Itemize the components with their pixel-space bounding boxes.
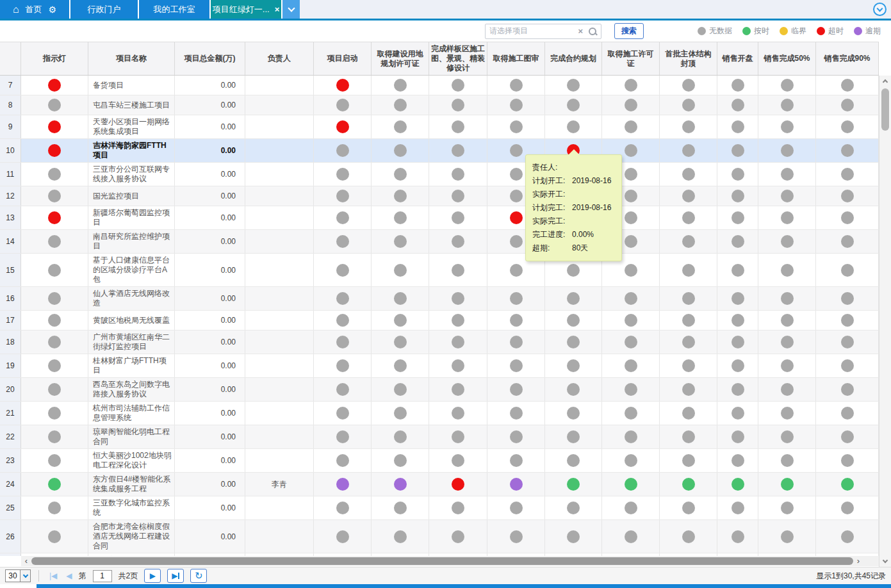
status-dot[interactable]: [625, 235, 637, 248]
status-dot[interactable]: [48, 430, 61, 443]
status-dot[interactable]: [732, 144, 744, 157]
tab-list-dropdown[interactable]: [282, 0, 300, 19]
status-dot[interactable]: [732, 120, 744, 133]
status-dot[interactable]: [781, 454, 794, 467]
status-dot[interactable]: [510, 211, 523, 224]
status-dot[interactable]: [682, 407, 695, 420]
project-name-cell[interactable]: 新疆塔尔葡萄园监控项目: [88, 206, 175, 229]
status-dot[interactable]: [732, 383, 744, 396]
status-dot[interactable]: [781, 79, 794, 92]
status-dot[interactable]: [567, 530, 580, 543]
status-dot[interactable]: [394, 359, 407, 372]
tab-my-workspace[interactable]: 我的工作室: [139, 0, 211, 19]
status-dot[interactable]: [394, 264, 407, 277]
table-row[interactable]: 24东方假日4#楼智能化系统集成服务工程0.00李青: [0, 473, 879, 496]
table-row[interactable]: 15基于人口健康信息平台的区域分级诊疗平台A包0.00: [0, 254, 879, 287]
status-dot[interactable]: [625, 530, 637, 543]
status-dot[interactable]: [781, 190, 794, 202]
table-row[interactable]: 17黄陂区地税局无线覆盖0.00: [0, 311, 879, 331]
status-dot[interactable]: [336, 168, 349, 181]
project-search-input[interactable]: 请选择项目 ×: [485, 24, 601, 39]
status-dot[interactable]: [394, 407, 407, 420]
status-dot[interactable]: [841, 211, 854, 224]
status-dot[interactable]: [510, 359, 523, 372]
status-dot[interactable]: [841, 359, 854, 372]
table-row[interactable]: 11三亚市分公司互联网专线接入服务协议0.00: [0, 163, 879, 186]
search-button[interactable]: 搜索: [614, 23, 644, 39]
project-name-cell[interactable]: 杭州市司法辅助工作信息管理系统: [88, 402, 175, 425]
status-dot[interactable]: [452, 314, 464, 327]
project-name-cell[interactable]: 国光监控项目: [88, 186, 175, 206]
status-dot[interactable]: [510, 383, 523, 396]
table-row[interactable]: 19桂林财富广场FTTH项目0.00: [0, 354, 879, 378]
status-dot[interactable]: [567, 430, 580, 443]
project-name-cell[interactable]: 桂林财富广场FTTH项目: [88, 354, 175, 377]
status-dot[interactable]: [510, 530, 523, 543]
status-dot[interactable]: [452, 190, 464, 202]
status-dot[interactable]: [625, 478, 637, 491]
status-dot[interactable]: [567, 502, 580, 514]
status-dot[interactable]: [452, 502, 464, 514]
table-row[interactable]: 18广州市黄埔区红南华二街绿灯监控项目0.00: [0, 331, 879, 354]
status-dot[interactable]: [682, 359, 695, 372]
status-dot[interactable]: [510, 99, 523, 111]
status-dot[interactable]: [394, 430, 407, 443]
status-dot[interactable]: [394, 168, 407, 181]
status-dot[interactable]: [510, 430, 523, 443]
status-dot[interactable]: [336, 190, 349, 202]
page-size-select[interactable]: 30: [5, 569, 31, 582]
status-dot[interactable]: [781, 314, 794, 327]
status-dot[interactable]: [732, 502, 744, 514]
table-row[interactable]: 13新疆塔尔葡萄园监控项目0.00: [0, 206, 879, 230]
status-dot[interactable]: [567, 99, 580, 111]
status-dot[interactable]: [452, 235, 464, 248]
status-dot[interactable]: [336, 478, 349, 491]
status-dot[interactable]: [510, 79, 523, 92]
status-dot[interactable]: [48, 79, 61, 92]
status-dot[interactable]: [732, 478, 744, 491]
table-row[interactable]: 9天蓥小区项目一期网络系统集成项目0.00: [0, 115, 879, 139]
status-dot[interactable]: [394, 190, 407, 202]
status-dot[interactable]: [510, 264, 523, 277]
project-name-cell[interactable]: 恒大美丽沙1002地块弱电工程深化设计: [88, 449, 175, 472]
status-dot[interactable]: [732, 211, 744, 224]
status-dot[interactable]: [732, 407, 744, 420]
status-dot[interactable]: [625, 454, 637, 467]
status-dot[interactable]: [732, 314, 744, 327]
status-dot[interactable]: [48, 314, 61, 327]
status-dot[interactable]: [625, 502, 637, 514]
status-dot[interactable]: [336, 359, 349, 372]
status-dot[interactable]: [625, 99, 637, 111]
status-dot[interactable]: [841, 235, 854, 248]
status-dot[interactable]: [625, 314, 637, 327]
status-dot[interactable]: [510, 478, 523, 491]
status-dot[interactable]: [625, 120, 637, 133]
status-dot[interactable]: [841, 454, 854, 467]
status-dot[interactable]: [48, 190, 61, 202]
status-dot[interactable]: [567, 120, 580, 133]
status-dot[interactable]: [48, 120, 61, 133]
status-dot[interactable]: [781, 99, 794, 111]
next-page-button[interactable]: ▶: [144, 569, 161, 583]
status-dot[interactable]: [682, 430, 695, 443]
status-dot[interactable]: [394, 79, 407, 92]
collapse-panel-button[interactable]: [873, 3, 887, 16]
status-dot[interactable]: [841, 530, 854, 543]
scroll-right-arrow[interactable]: ›: [853, 556, 863, 566]
status-dot[interactable]: [682, 235, 695, 248]
status-dot[interactable]: [394, 502, 407, 514]
status-dot[interactable]: [841, 168, 854, 181]
status-dot[interactable]: [625, 79, 637, 92]
status-dot[interactable]: [336, 454, 349, 467]
status-dot[interactable]: [781, 430, 794, 443]
status-dot[interactable]: [510, 454, 523, 467]
tab-project-traffic-light[interactable]: 项目红绿灯一... ×: [211, 0, 282, 19]
status-dot[interactable]: [567, 359, 580, 372]
status-dot[interactable]: [567, 264, 580, 277]
vertical-scroll-thumb[interactable]: [881, 88, 889, 131]
status-dot[interactable]: [682, 168, 695, 181]
status-dot[interactable]: [567, 336, 580, 348]
status-dot[interactable]: [48, 168, 61, 181]
status-dot[interactable]: [625, 292, 637, 305]
table-row[interactable]: 23恒大美丽沙1002地块弱电工程深化设计0.00: [0, 449, 879, 473]
